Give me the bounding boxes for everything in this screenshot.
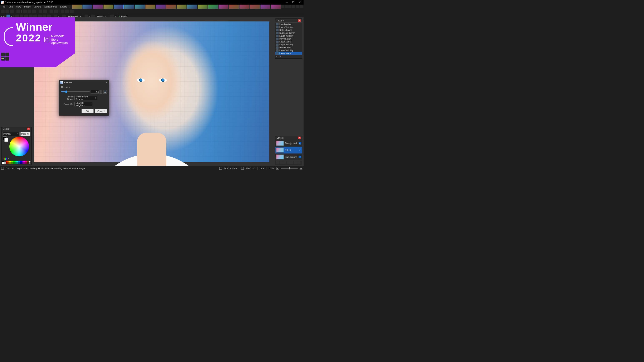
menu-adjustments[interactable]: Adjustments [42,4,58,9]
zoom-icon[interactable] [70,9,74,13]
doc-thumb[interactable] [271,4,281,9]
palette-swatch[interactable] [20,161,22,162]
palette-swatch[interactable] [14,161,16,162]
scale-down-dropdown[interactable]: Multisample Bilinear▾ [74,96,97,100]
palette-swatch[interactable] [18,162,20,164]
palette-swatch[interactable] [10,161,11,162]
crop-icon[interactable] [38,9,42,13]
doc-thumb[interactable] [124,4,134,9]
cut-icon[interactable] [23,9,27,13]
pointer-icon[interactable] [281,5,284,8]
palette-swatch[interactable] [13,161,14,162]
history-item[interactable]: Layer Visibility [276,43,302,46]
doc-thumb[interactable] [82,4,92,9]
menu-file[interactable]: File [0,4,7,9]
palette-swatch[interactable] [8,161,9,162]
layer-item[interactable]: Foreground✓ [276,140,302,147]
cell-size-input[interactable] [91,90,100,94]
clock-icon[interactable] [288,5,292,8]
doc-thumb[interactable] [72,4,82,9]
palette-swatch[interactable] [13,162,14,164]
ok-button[interactable]: OK [82,109,94,113]
color-primary-dropdown[interactable]: Primary▾ [2,132,20,136]
redo-icon[interactable] [54,9,58,13]
tool-text-icon[interactable]: T [1,53,5,56]
menu-view[interactable]: View [14,4,23,9]
copy-icon[interactable] [28,9,31,13]
color-wheel[interactable] [10,137,29,156]
save-icon[interactable] [10,9,14,13]
palette-swatch[interactable] [23,161,25,162]
palette-swatch[interactable] [6,162,8,164]
palette-swatch[interactable] [11,162,13,164]
palette-swatch[interactable] [16,162,18,164]
close-button[interactable] [296,0,303,4]
menu-edit[interactable]: Edit [7,4,14,9]
menu-layers[interactable]: Layers [32,4,42,9]
history-close-button[interactable]: ✕ [298,19,301,22]
menu-image[interactable]: Image [22,4,32,9]
dialog-close-button[interactable]: ✕ [104,81,108,84]
history-item[interactable]: Layer Visibility [276,26,302,28]
cell-size-slider[interactable] [61,91,90,92]
layer-up-button[interactable] [290,161,293,164]
palette-swatch[interactable] [8,162,9,164]
redo-icon[interactable]: ↷ [279,55,281,58]
history-item[interactable]: Delete Layer [276,28,302,31]
history-item[interactable]: Layer Name [276,52,302,55]
undo-icon[interactable]: ↶ [276,55,278,58]
doc-thumb[interactable] [250,4,260,9]
palette-swatch[interactable] [2,162,4,164]
globe-icon[interactable] [284,5,288,8]
layer-props-button[interactable] [297,161,300,164]
palette-swatch[interactable] [6,161,8,162]
layer-visibility-checkbox[interactable]: ✓ [299,149,301,151]
open-icon[interactable] [6,9,9,13]
palette-swatch[interactable] [20,162,22,164]
history-item[interactable]: Duplicate Layer [276,31,302,34]
add-color-button[interactable]: + [2,157,4,160]
zoom-in-button[interactable]: + [300,167,302,170]
cancel-button[interactable]: Cancel [95,109,107,113]
history-item[interactable]: Layer Visibility [276,34,302,37]
history-item[interactable]: Move Layer [276,46,302,49]
doc-thumb[interactable] [104,4,114,9]
doc-thumb[interactable] [114,4,124,9]
colors-more-button[interactable]: More >> [20,132,30,136]
layer-visibility-checkbox[interactable]: ✓ [299,142,301,145]
doc-thumb[interactable] [135,4,145,9]
cell-size-spinner[interactable] [100,90,102,94]
palette-swatch[interactable] [14,162,16,164]
doc-thumb[interactable] [145,4,155,9]
history-item[interactable]: Layer Visibility [276,49,302,52]
doc-thumb[interactable] [156,4,166,9]
history-item[interactable]: Invert Alpha [276,23,302,26]
palette-swatch[interactable] [4,161,6,162]
layer-add-button[interactable] [276,161,279,164]
palette-swatch[interactable] [25,161,27,162]
layer-merge-button[interactable] [287,161,290,164]
palette-swatch[interactable] [29,161,30,162]
doc-thumb[interactable] [208,4,218,9]
palette-swatch[interactable] [16,161,18,162]
grid-icon[interactable] [61,9,64,13]
palette-swatch[interactable] [27,162,28,164]
doc-thumb[interactable] [239,4,249,9]
units-dropdown[interactable]: px ▾ [260,167,264,170]
doc-thumb[interactable] [218,4,228,9]
palette-swatch[interactable] [18,161,20,162]
new-icon[interactable] [1,9,4,13]
doc-thumb[interactable] [260,4,270,9]
cell-size-reset-button[interactable] [103,90,107,94]
layer-delete-button[interactable] [280,161,283,164]
deselect-icon[interactable] [43,9,47,13]
palette-swatch[interactable] [27,161,28,162]
palette-swatch[interactable] [10,162,11,164]
dialog-titlebar[interactable]: Pixelate ✕ [59,80,109,85]
palette-swatch[interactable] [25,162,27,164]
layer-item[interactable]: Background✓ [276,154,302,161]
palette-swatch[interactable] [11,161,13,162]
doc-thumb[interactable] [93,4,103,9]
print-icon[interactable] [16,9,20,13]
tool-shapes-icon[interactable] [1,57,5,61]
